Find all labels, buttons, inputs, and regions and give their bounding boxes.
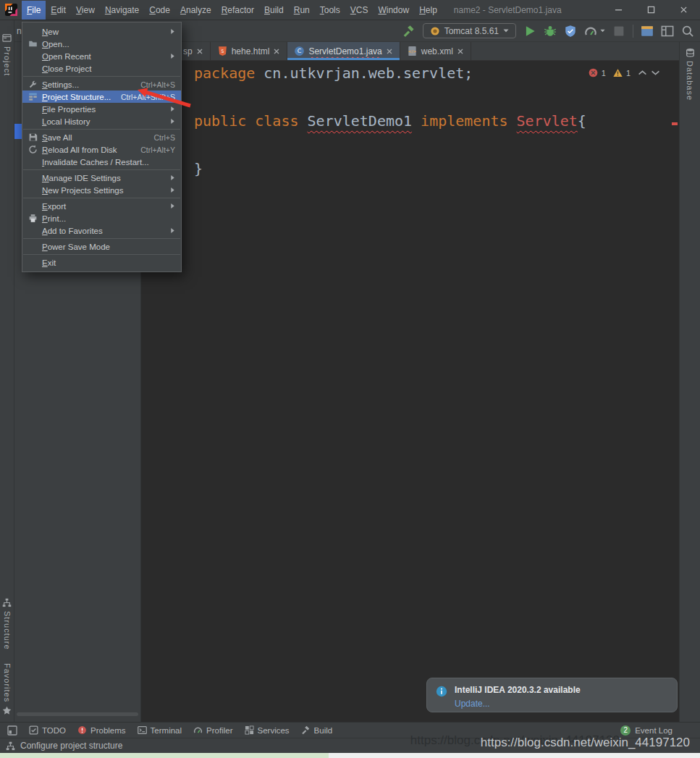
statusbar-label: Services	[258, 726, 290, 735]
statusbar-profiler[interactable]: Profiler	[193, 725, 232, 735]
statusbar-build[interactable]: Build	[301, 725, 333, 735]
notification-body: IntelliJ IDEA 2020.3.2 available Update.…	[455, 684, 581, 706]
tab-label: ServletDemo1.java	[308, 46, 381, 56]
close-tab-icon[interactable]	[196, 48, 203, 55]
submenu-arrow-icon	[170, 28, 175, 35]
menu-item-export[interactable]: Export	[22, 200, 181, 212]
statusbar-problems[interactable]: Problems	[77, 725, 126, 735]
menu-separator	[23, 169, 180, 170]
statusbar-todo[interactable]: TODO	[29, 725, 66, 735]
menubar-code[interactable]: Code	[144, 1, 175, 20]
menubar-run[interactable]: Run	[289, 1, 315, 20]
html-file-icon: 5	[217, 46, 228, 56]
debug-button[interactable]	[544, 25, 557, 38]
menu-item-save-all[interactable]: Save AllCtrl+S	[22, 131, 181, 143]
run-button[interactable]	[523, 25, 536, 38]
tool-stripe-favorites[interactable]: Favorites	[0, 663, 14, 715]
menu-item-print[interactable]: Print...	[22, 212, 181, 224]
menubar-view[interactable]: View	[71, 1, 100, 20]
menu-item-label: Open...	[42, 40, 69, 49]
menu-icon-placeholder	[27, 104, 38, 114]
submenu-arrow-icon	[170, 53, 175, 59]
menubar-vcs[interactable]: VCS	[345, 1, 374, 20]
menu-icon-placeholder	[27, 226, 38, 236]
layout-icon[interactable]	[661, 25, 674, 38]
gauge-icon	[193, 725, 203, 735]
menu-item-label: Print...	[42, 214, 66, 223]
close-button[interactable]	[667, 0, 700, 20]
menu-item-new-projects-settings[interactable]: New Projects Settings	[22, 184, 181, 196]
maximize-button[interactable]	[635, 0, 667, 20]
menu-item-label: Close Project	[42, 64, 91, 73]
project-tree-selected-row[interactable]	[14, 124, 22, 139]
close-tab-icon[interactable]	[457, 48, 464, 55]
profiler-button[interactable]	[584, 25, 597, 38]
structure-icon	[27, 92, 38, 102]
menubar-tools[interactable]: Tools	[315, 1, 345, 20]
tab-servletdemo1-java[interactable]: CServletDemo1.java	[287, 42, 400, 60]
tomcat-icon	[430, 26, 440, 36]
statusbar-terminal[interactable]: Terminal	[138, 725, 182, 735]
next-error-icon[interactable]	[651, 68, 660, 77]
tab-label: hehe.html	[232, 46, 270, 56]
menubar-analyze[interactable]: Analyze	[175, 1, 216, 20]
menubar-build[interactable]: Build	[259, 1, 289, 20]
update-link[interactable]: Update...	[455, 699, 581, 709]
menu-item-open-recent[interactable]: Open Recent	[22, 50, 181, 62]
menu-item-manage-ide-settings[interactable]: Manage IDE Settings	[22, 172, 181, 184]
error-stripe-mark[interactable]	[672, 122, 678, 125]
menubar-window[interactable]: Window	[373, 1, 414, 20]
code-token: Servlet	[517, 112, 578, 130]
menubar-refactor[interactable]: Refactor	[216, 1, 259, 20]
build-hammer-icon[interactable]	[402, 25, 416, 38]
minimize-button[interactable]	[602, 0, 635, 20]
close-tab-icon[interactable]	[386, 48, 393, 55]
close-tab-icon[interactable]	[273, 48, 280, 55]
stripe-label-project: Project	[3, 46, 12, 76]
menu-item-local-history[interactable]: Local History	[22, 115, 181, 127]
event-log-button[interactable]: 2 Event Log	[620, 725, 693, 736]
structure-icon	[2, 598, 12, 607]
menubar-navigate[interactable]: Navigate	[100, 1, 144, 20]
menubar-edit[interactable]: Edit	[46, 1, 71, 20]
menu-item-close-project[interactable]: Close Project	[22, 62, 181, 75]
statusbar-label: Problems	[90, 726, 126, 735]
menu-icon-placeholder	[27, 201, 38, 211]
run-with-coverage-button[interactable]	[564, 25, 577, 38]
menu-item-open[interactable]: Open...	[22, 38, 181, 50]
statusbar-label: Build	[314, 726, 333, 735]
menu-item-label: Open Recent	[42, 52, 91, 61]
menu-item-shortcut: Ctrl+Alt+Y	[140, 146, 175, 154]
run-config-select[interactable]: Tomcat 8.5.61	[423, 23, 516, 38]
toolwindow-icon[interactable]	[641, 25, 654, 38]
info-icon	[436, 686, 447, 697]
menu-item-new[interactable]: New	[22, 25, 181, 38]
code-area[interactable]: package cn.utkvrjan.web.servlet; public …	[141, 61, 679, 181]
tab-web-xml[interactable]: </>web.xml	[400, 42, 471, 60]
window-controls	[602, 0, 700, 20]
error-badge-icon	[589, 68, 598, 77]
inspection-widget[interactable]: 1 1	[589, 68, 660, 77]
tool-stripe-structure[interactable]: Structure	[0, 598, 14, 650]
statusbar-services[interactable]: Services	[245, 725, 290, 735]
stripe-label-database: Database	[686, 61, 694, 101]
search-everywhere-icon[interactable]	[681, 25, 694, 38]
menu-item-power-save-mode[interactable]: Power Save Mode	[22, 240, 181, 253]
tool-stripe-database[interactable]: Database	[680, 48, 700, 101]
menu-item-reload-all-from-disk[interactable]: Reload All from DiskCtrl+Alt+Y	[22, 143, 181, 156]
prev-error-icon[interactable]	[638, 68, 647, 77]
editor-area[interactable]: package cn.utkvrjan.web.servlet; public …	[141, 61, 679, 722]
menu-item-add-to-favorites[interactable]: Add to Favorites	[22, 224, 181, 237]
tool-stripe-project[interactable]: Project	[0, 33, 14, 76]
menu-item-invalidate-caches-restart[interactable]: Invalidate Caches / Restart...	[22, 156, 181, 168]
menubar-file[interactable]: File	[22, 1, 46, 20]
toolwindow-toggle-icon[interactable]	[7, 725, 17, 736]
profiler-dropdown-icon[interactable]	[600, 29, 605, 33]
window-title: name2 - ServletDemo1.java	[454, 5, 562, 15]
tab-hehe-html[interactable]: 5hehe.html	[211, 42, 288, 60]
project-panel-scrollbar[interactable]	[17, 712, 138, 716]
menu-item-exit[interactable]: Exit	[22, 256, 181, 269]
update-notification: IntelliJ IDEA 2020.3.2 available Update.…	[426, 678, 678, 712]
menubar-help[interactable]: Help	[414, 1, 442, 20]
menu-item-label: Add to Favorites	[42, 227, 103, 235]
